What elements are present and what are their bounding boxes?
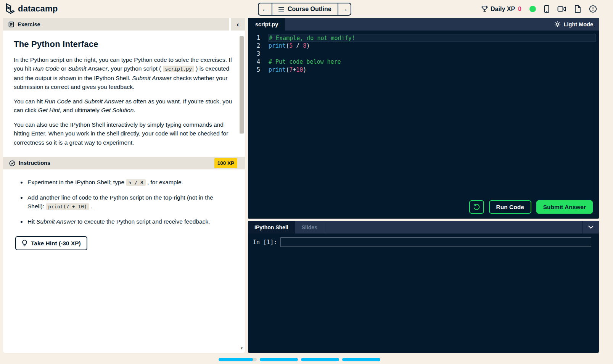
exercise-paragraph: You can also use the IPython Shell inter… <box>14 120 233 147</box>
instruction-bullet: Hit Submit Answer to execute the Python … <box>27 217 230 226</box>
instruction-bullet: Add another line of code to the Python s… <box>27 193 230 211</box>
inline-code: script.py <box>163 66 194 72</box>
light-mode-toggle[interactable]: Light Mode <box>549 18 599 31</box>
code-line[interactable]: 5print(7+10) <box>248 66 599 74</box>
chevron-down-icon <box>588 225 594 229</box>
code-line[interactable]: 2print(5 / 8) <box>248 42 599 50</box>
take-hint-button[interactable]: Take Hint (-30 XP) <box>15 236 87 250</box>
collapse-shell-button[interactable] <box>582 221 599 234</box>
logo-text: datacamp <box>18 4 58 14</box>
shell-body: In [1]: <box>248 234 599 247</box>
editor-tab-bar: script.py Light Mode <box>248 18 599 31</box>
code-lines[interactable]: 1# Example, do not modify!2print(5 / 8)3… <box>248 31 599 74</box>
code-text: print(7+10) <box>269 66 595 74</box>
status-dot[interactable] <box>529 6 536 12</box>
menu-icon <box>278 6 284 13</box>
exercise-title-label: Exercise <box>18 21 40 27</box>
exercise-paragraph: In the Python script on the right, you c… <box>14 55 233 92</box>
editor-scrollbar[interactable] <box>594 33 594 203</box>
tab-ipython-shell[interactable]: IPython Shell <box>248 221 295 234</box>
scroll-down-arrow[interactable]: ▾ <box>239 346 244 351</box>
exercise-header: Exercise ‹ <box>3 18 245 31</box>
sun-icon <box>554 21 561 27</box>
code-text <box>269 50 595 58</box>
exercise-scrollbar[interactable]: ▾ <box>239 32 244 348</box>
inline-code: 5 / 8 <box>126 179 145 186</box>
course-outline-button[interactable]: Course Outline <box>272 3 338 15</box>
check-circle-icon <box>9 160 15 166</box>
reset-icon <box>473 203 480 211</box>
datacamp-logo-icon <box>5 3 15 14</box>
code-line[interactable]: 4# Put code below here <box>248 58 599 66</box>
top-bar-right: Daily XP 0 <box>481 0 597 18</box>
exercise-panel: Exercise ‹ The Python Interface In the P… <box>3 18 245 353</box>
line-number: 5 <box>248 66 260 74</box>
collapse-panel-button[interactable]: ‹ <box>231 18 245 31</box>
instructions-list: Experiment in the IPython Shell; type 5 … <box>14 169 233 226</box>
mobile-icon[interactable] <box>544 5 549 13</box>
daily-xp-value: 0 <box>518 6 521 13</box>
scrollbar-thumb[interactable] <box>240 36 244 134</box>
reset-code-button[interactable] <box>469 200 484 214</box>
code-text: # Put code below here <box>269 58 595 66</box>
daily-xp-label: Daily XP <box>491 6 515 13</box>
exercise-content: The Python Interface In the Python scrip… <box>3 31 245 250</box>
exercise-paragraph: You can hit Run Code and Submit Answer a… <box>14 97 233 115</box>
alert-icon[interactable] <box>589 5 597 13</box>
shell-input[interactable] <box>280 237 591 247</box>
progress-segment <box>301 358 339 361</box>
document-icon[interactable] <box>574 5 581 13</box>
instructions-title: Instructions <box>19 159 50 168</box>
editor-actions: Run Code Submit Answer <box>469 200 593 214</box>
progress-segment <box>260 358 298 361</box>
line-number: 2 <box>248 42 260 50</box>
line-number: 3 <box>248 50 260 58</box>
top-bar: datacamp ← Course Outline → Daily XP 0 <box>0 0 613 18</box>
light-mode-label: Light Mode <box>564 21 593 27</box>
progress-segment <box>342 358 380 361</box>
code-line[interactable]: 1# Example, do not modify! <box>248 34 599 42</box>
shell-panel: IPython Shell Slides In [1]: <box>248 221 599 353</box>
code-editor-panel: script.py Light Mode 1# Example, do not … <box>248 18 599 219</box>
code-text: # Example, do not modify! <box>269 34 595 42</box>
next-exercise-button[interactable]: → <box>338 3 351 15</box>
xp-badge: 100 XP <box>214 158 237 169</box>
exercise-header-bar: Exercise <box>3 18 229 31</box>
trophy-icon <box>481 5 488 13</box>
daily-xp[interactable]: Daily XP 0 <box>481 5 521 13</box>
page-title: The Python Interface <box>14 40 233 49</box>
tab-script-py[interactable]: script.py <box>248 18 285 31</box>
submit-answer-button[interactable]: Submit Answer <box>536 200 593 214</box>
exercise-icon <box>8 21 14 27</box>
progress-segment <box>219 358 257 361</box>
instructions-bar: Instructions 100 XP <box>3 157 245 169</box>
code-text: print(5 / 8) <box>269 42 595 50</box>
code-line[interactable]: 3 <box>248 50 599 58</box>
previous-exercise-button[interactable]: ← <box>259 3 272 15</box>
video-camera-icon[interactable] <box>557 6 566 12</box>
instruction-bullet: Experiment in the IPython Shell; type 5 … <box>27 178 230 187</box>
course-outline-label: Course Outline <box>288 6 331 13</box>
tab-slides[interactable]: Slides <box>295 221 324 234</box>
course-navigation: ← Course Outline → <box>258 3 351 16</box>
inline-code: print(7 + 10) <box>46 203 89 210</box>
take-hint-label: Take Hint (-30 XP) <box>31 240 81 247</box>
shell-prompt: In [1]: <box>253 239 277 246</box>
run-code-button[interactable]: Run Code <box>489 200 531 214</box>
lightbulb-icon <box>22 240 27 247</box>
datacamp-logo[interactable]: datacamp <box>5 3 58 14</box>
progress-bar <box>219 358 380 361</box>
line-number: 4 <box>248 58 260 66</box>
line-number: 1 <box>248 34 260 42</box>
shell-tab-bar: IPython Shell Slides <box>248 221 599 234</box>
